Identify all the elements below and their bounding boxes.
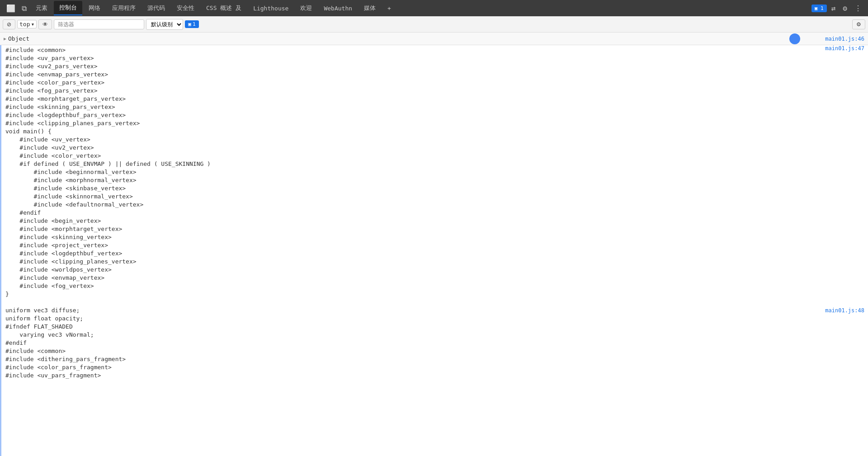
line-text-37: #endif xyxy=(0,339,868,347)
code-line-22: #include <begin_vertex> xyxy=(0,217,868,225)
line-text-19: #include <skinnormal_vertex> xyxy=(0,193,868,201)
line-text-7: #include <morphtarget_pars_vertex> xyxy=(0,95,868,103)
code-line-26: #include <logdepthbuf_vertex> xyxy=(0,249,868,258)
line-text-39: #include <dithering_pars_fragment> xyxy=(0,355,868,363)
line-text-33: uniform vec3 diffuse; xyxy=(0,306,868,315)
code-line-41: #include <uv_pars_fragment> xyxy=(0,371,868,380)
nav-tab-add[interactable]: + xyxy=(382,2,396,14)
nav-tab-webauthn[interactable]: WebAuthn xyxy=(318,2,358,14)
line-text-35: #ifndef FLAT_SHADED xyxy=(0,323,868,331)
line-text-2: #include <uv_pars_vertex> xyxy=(0,54,868,62)
nav-tab-css[interactable]: CSS 概述 及 xyxy=(201,1,247,15)
filter-input[interactable] xyxy=(54,19,144,29)
code-line-23: #include <morphtarget_vertex> xyxy=(0,225,868,233)
code-line-38: #include <common> xyxy=(0,347,868,355)
line-text-26: #include <logdepthbuf_vertex> xyxy=(0,249,868,258)
code-area[interactable]: main01.js:47 #include <common> #include … xyxy=(0,45,868,456)
nav-tab-welcome[interactable]: 欢迎 xyxy=(295,1,317,15)
blue-circle-indicator xyxy=(789,33,800,44)
line-text-11: void main() { xyxy=(0,127,868,136)
code-line-9: #include <logdepthbuf_pars_vertex> xyxy=(0,111,868,119)
code-line-27: #include <clipping_planes_vertex> xyxy=(0,258,868,266)
line-text-38: #include <common> xyxy=(0,347,868,355)
settings-icon[interactable]: ⚙ xyxy=(840,2,850,14)
more-icon[interactable]: ⋮ xyxy=(852,2,864,14)
object-row: ▶ Object main01.js:46 xyxy=(0,33,868,45)
line-text-16: #include <beginnormal_vertex> xyxy=(0,168,868,176)
code-line-15: #if defined ( USE_ENVMAP ) || defined ( … xyxy=(0,160,868,168)
nav-tab-security[interactable]: 安全性 xyxy=(171,1,200,15)
line-text-25: #include <project_vertex> xyxy=(0,241,868,249)
code-line-14: #include <color_vertex> xyxy=(0,152,868,160)
eye-icon: 👁 xyxy=(42,21,48,28)
nav-tab-console[interactable]: 控制台 xyxy=(54,1,82,15)
source-link-48[interactable]: main01.js:48 xyxy=(825,306,864,315)
code-line-7: #include <morphtarget_pars_vertex> xyxy=(0,95,868,103)
line-text-36: varying vec3 vNormal; xyxy=(0,331,868,339)
line-text-13: #include <uv2_vertex> xyxy=(0,144,868,152)
nav-badge[interactable]: ▣ 1 xyxy=(811,5,827,12)
nav-tab-lighthouse[interactable]: Lighthouse xyxy=(248,2,294,14)
line-text-20: #include <defaultnormal_vertex> xyxy=(0,201,868,209)
code-line-31: } xyxy=(0,290,868,298)
nav-tab-network[interactable]: 网络 xyxy=(83,1,106,15)
level-dropdown[interactable]: 默认级别 xyxy=(146,19,183,30)
line-text-27: #include <clipping_planes_vertex> xyxy=(0,258,868,266)
object-source-link[interactable]: main01.js:46 xyxy=(825,36,864,42)
copy-icon[interactable]: ⧉ xyxy=(19,2,29,14)
line-text-3: #include <uv2_pars_vertex> xyxy=(0,62,868,71)
code-line-32 xyxy=(0,298,868,306)
line-text-6: #include <fog_pars_vertex> xyxy=(0,87,868,95)
code-line-33: uniform vec3 diffuse; main01.js:48 xyxy=(0,306,868,315)
code-line-1: #include <common> xyxy=(0,46,868,54)
line-text-8: #include <skinning_pars_vertex> xyxy=(0,103,868,111)
top-value: top xyxy=(19,21,30,28)
toolbar-right: ⚙ xyxy=(852,19,865,29)
top-dropdown-wrapper[interactable]: top ▾ xyxy=(17,20,37,28)
top-nav-bar: ⬜ ⧉ 元素 控制台 网络 应用程序 源代码 安全性 CSS 概述 及 Ligh… xyxy=(0,0,868,16)
code-line-20: #include <defaultnormal_vertex> xyxy=(0,201,868,209)
toolbar-settings-button[interactable]: ⚙ xyxy=(852,19,865,29)
nav-tab-application[interactable]: 应用程序 xyxy=(107,1,141,15)
code-line-13: #include <uv2_vertex> xyxy=(0,144,868,152)
code-line-24: #include <skinning_vertex> xyxy=(0,233,868,241)
line-text-31: } xyxy=(0,290,868,298)
line-text-18: #include <skinbase_vertex> xyxy=(0,184,868,193)
line-text-9: #include <logdepthbuf_pars_vertex> xyxy=(0,111,868,119)
code-line-4: #include <envmap_pars_vertex> xyxy=(0,71,868,79)
line-text-10: #include <clipping_planes_pars_vertex> xyxy=(0,119,868,127)
badge-count: 1 xyxy=(193,21,196,27)
code-line-10: #include <clipping_planes_pars_vertex> xyxy=(0,119,868,127)
line-text-21: #endif xyxy=(0,209,868,217)
line-text-40: #include <color_pars_fragment> xyxy=(0,363,868,371)
line-text-24: #include <skinning_vertex> xyxy=(0,233,868,241)
code-line-19: #include <skinnormal_vertex> xyxy=(0,193,868,201)
line-text-12: #include <uv_vertex> xyxy=(0,136,868,144)
nav-tab-sources[interactable]: 源代码 xyxy=(142,1,170,15)
line-text-17: #include <morphnormal_vertex> xyxy=(0,176,868,184)
code-line-28: #include <worldpos_vertex> xyxy=(0,266,868,274)
nav-tab-elements[interactable]: 元素 xyxy=(30,1,53,15)
code-line-29: #include <envmap_vertex> xyxy=(0,274,868,282)
code-line-35: #ifndef FLAT_SHADED xyxy=(0,323,868,331)
code-line-12: #include <uv_vertex> xyxy=(0,136,868,144)
code-line-11: void main() { xyxy=(0,127,868,136)
clear-button[interactable]: ⊘ xyxy=(3,19,15,29)
screen-icon[interactable]: ⬜ xyxy=(4,2,18,14)
code-line-34: uniform float opacity; xyxy=(0,315,868,323)
line-text-23: #include <morphtarget_vertex> xyxy=(0,225,868,233)
code-line-18: #include <skinbase_vertex> xyxy=(0,184,868,193)
line-text-28: #include <worldpos_vertex> xyxy=(0,266,868,274)
code-line-6: #include <fog_pars_vertex> xyxy=(0,87,868,95)
eye-button[interactable]: 👁 xyxy=(38,19,52,29)
code-line-39: #include <dithering_pars_fragment> xyxy=(0,355,868,363)
clear-icon: ⊘ xyxy=(7,21,11,28)
nav-tab-media[interactable]: 媒体 xyxy=(359,1,381,15)
connect-icon[interactable]: ⇄ xyxy=(829,2,839,14)
line-text-30: #include <fog_vertex> xyxy=(0,282,868,290)
code-line-5: #include <color_pars_vertex> xyxy=(0,79,868,87)
expand-triangle-icon[interactable]: ▶ xyxy=(4,36,6,41)
line-text-32 xyxy=(0,298,868,306)
code-line-21: #endif xyxy=(0,209,868,217)
toolbar-badge[interactable]: ▣ 1 xyxy=(185,20,198,28)
